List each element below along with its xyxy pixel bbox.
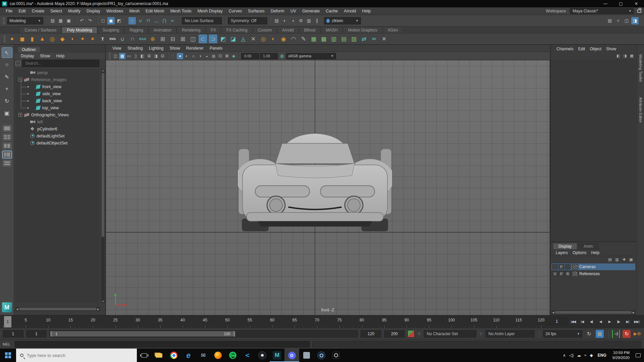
user-account-dropdown[interactable]: ztklein ▼	[324, 17, 361, 24]
spotify-app[interactable]	[225, 349, 240, 362]
anim-layer-field[interactable]: No Anim Layer	[485, 330, 535, 338]
layer-row-cameras[interactable]: P Cameras	[551, 263, 635, 270]
outliner-node[interactable]: defaultObjectSet	[15, 139, 99, 146]
combine-icon[interactable]: ◫	[189, 35, 197, 43]
onedrive-icon[interactable]: ☁	[577, 353, 581, 358]
snap-view-plane-icon[interactable]: ⋂	[161, 17, 168, 24]
outliner-node[interactable]: defaultLightSet	[15, 132, 99, 139]
layout-four-pane-button[interactable]	[3, 134, 11, 140]
command-language-label[interactable]: MEL	[3, 342, 13, 346]
evaluation-mode-icon[interactable]: ▶⚙	[633, 330, 641, 338]
menu-item[interactable]: Generate	[299, 7, 323, 15]
defender-icon[interactable]: ◆	[590, 353, 593, 358]
layer-playback-toggle[interactable]: P	[558, 271, 564, 277]
file-explorer-app[interactable]	[152, 349, 166, 362]
car-model[interactable]	[238, 129, 392, 233]
speed-ramp-icon[interactable]: ◧	[615, 53, 621, 59]
safe-action-icon[interactable]: ◨	[153, 53, 159, 59]
maya-app[interactable]: M	[270, 349, 284, 362]
move-tool[interactable]: +	[2, 84, 12, 94]
anim-layer-menu-icon[interactable]: ▽	[479, 332, 483, 336]
attribute-editor-toggle-icon[interactable]: ◨	[631, 17, 639, 24]
menu-item[interactable]: Edit Mesh	[143, 7, 167, 15]
minimize-button[interactable]: —	[598, 0, 613, 7]
range-slider-track[interactable]: 1 120	[49, 330, 358, 338]
type-tool-icon[interactable]: T	[98, 35, 107, 43]
viewport-menu-item[interactable]: Shading	[124, 45, 146, 52]
quad-draw-icon[interactable]: ✎	[299, 35, 308, 43]
viewport-menu-item[interactable]: Renderer	[183, 45, 207, 52]
go-to-end-button[interactable]: ▶▶|	[632, 317, 641, 326]
playback-end-field[interactable]: 120	[361, 330, 381, 338]
render-settings-icon[interactable]: ⚙	[297, 17, 305, 24]
step-forward-key-button[interactable]: |▶	[614, 317, 623, 326]
layer-display-toggle[interactable]	[565, 264, 571, 269]
poly-plane-icon[interactable]: ◆	[58, 35, 67, 43]
layout-single-pane-button[interactable]	[3, 125, 11, 132]
select-object-icon[interactable]: ◼	[107, 17, 115, 24]
menu-item[interactable]: Windows	[103, 7, 126, 15]
select-by-icon[interactable]: ◫	[112, 53, 119, 59]
layer-color-swatch[interactable]	[572, 271, 578, 277]
extrude-icon[interactable]: ◩	[219, 35, 227, 43]
ao-icon[interactable]: ◒	[204, 53, 210, 59]
shelf-tab[interactable]: Sculpting	[98, 27, 124, 33]
taskbar-search[interactable]	[16, 349, 137, 362]
channel-box-menu-item[interactable]: Show	[604, 45, 619, 53]
shaded-icon[interactable]: ●	[177, 53, 183, 59]
construction-history-icon[interactable]: ▤	[273, 17, 280, 24]
shelf-tab[interactable]: FX Caching	[221, 27, 253, 33]
layer-menu-item[interactable]: Help	[589, 249, 602, 256]
steam-app[interactable]	[314, 349, 329, 362]
make-live-icon[interactable]: ≃	[169, 17, 176, 24]
sweep-mesh-icon[interactable]: ✶	[88, 35, 97, 43]
github-desktop-app[interactable]	[255, 349, 270, 362]
menu-item[interactable]: Modify	[65, 7, 84, 15]
delete-history-icon[interactable]: ✕	[380, 35, 388, 43]
outliner-toggle-icon[interactable]: ▤	[606, 17, 613, 24]
render-icon[interactable]: ◐	[281, 17, 288, 24]
sync-toggle-icon[interactable]: ↻	[623, 330, 631, 338]
command-input[interactable]	[15, 341, 310, 348]
range-slider-bar[interactable]: 1 120	[50, 331, 235, 337]
menu-item[interactable]: Curves	[226, 7, 245, 15]
smooth-icon[interactable]: ◉	[279, 35, 288, 43]
shelf-tab[interactable]: Curves / Surfaces	[19, 27, 61, 33]
layer-editor-tab[interactable]: Anim	[578, 243, 598, 250]
svg-tool-icon[interactable]: SVG	[108, 35, 117, 43]
clock[interactable]: 10:59 PM 9/29/2020	[611, 350, 631, 360]
layout-custom-button[interactable]	[3, 160, 11, 167]
boolean-difference-icon[interactable]: ⊟	[168, 35, 177, 43]
character-set-menu-icon[interactable]: ▽	[417, 332, 421, 336]
outliner-node[interactable]: top_view	[15, 104, 99, 111]
rotate-tool[interactable]: ↻	[2, 96, 12, 106]
move-layer-down-icon[interactable]: ▥	[614, 257, 620, 262]
select-component-icon[interactable]: ◩	[115, 17, 123, 24]
outliner-menu-item[interactable]: Show	[37, 52, 53, 60]
resolution-gate-icon[interactable]: ▯	[132, 53, 139, 59]
outliner-node[interactable]: + Orthographic_Views	[15, 111, 99, 118]
time-slider-track[interactable]: 1 51015202530354045505560657075808590951…	[0, 315, 545, 328]
layer-playback-toggle[interactable]: P	[558, 264, 564, 269]
layer-display-toggle[interactable]: R	[565, 271, 571, 277]
multi-cut-icon[interactable]: ✕	[249, 35, 258, 43]
maximize-button[interactable]: ▢	[613, 0, 629, 7]
layer-editor-tab[interactable]: Display	[553, 243, 577, 250]
menu-item[interactable]: Mesh	[126, 7, 143, 15]
shelf-tab[interactable]: XGen	[383, 27, 403, 33]
xray-icon[interactable]: ⊠	[224, 53, 230, 59]
film-gate-icon[interactable]: ▭	[126, 53, 132, 59]
menu-set-dropdown[interactable]: Modeling ▼	[7, 17, 43, 24]
menu-item[interactable]: Help	[359, 7, 374, 15]
shelf-tab[interactable]: FX	[206, 27, 221, 33]
firefox-app[interactable]	[211, 349, 225, 362]
sidebar-vertical-tab[interactable]: Attribute Editor	[639, 94, 643, 126]
uv-editor-icon[interactable]: ▦	[309, 35, 318, 43]
edge-app[interactable]: e	[181, 349, 196, 362]
snap-grid-icon[interactable]: ∩	[128, 17, 136, 24]
lasso-tool[interactable]: ○	[2, 60, 12, 70]
view-transform-dropdown[interactable]: sRGB gamma ▼	[286, 53, 336, 59]
menu-item[interactable]: Create	[29, 7, 48, 15]
outliner-vertical-scrollbar[interactable]: ▲ ▼	[101, 69, 105, 303]
poly-cylinder-icon[interactable]: ▮	[28, 35, 37, 43]
